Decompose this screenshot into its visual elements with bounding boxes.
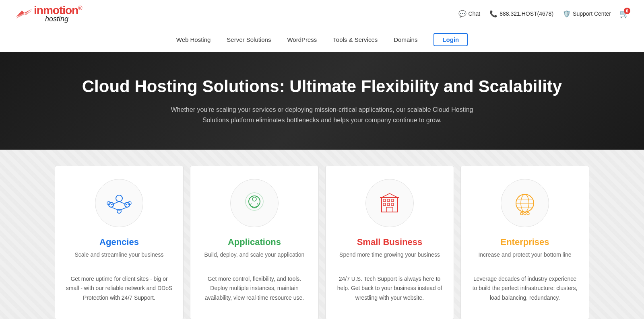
svg-marker-0: [16, 9, 32, 17]
cart-link[interactable]: 🛒 0: [621, 10, 628, 17]
applications-subtitle: Build, deploy, and scale your applicatio…: [204, 251, 305, 258]
card-agencies[interactable]: Agencies Scale and streamline your busin…: [55, 166, 184, 319]
logo-text: inmotion® hosting: [34, 5, 82, 23]
nav-domains[interactable]: Domains: [394, 35, 417, 45]
hero-subtitle: Whether you're scaling your services or …: [169, 105, 475, 125]
small-business-divider: [335, 266, 444, 266]
logo-brand: inmotion®: [34, 5, 82, 16]
enterprises-title: Enterprises: [500, 237, 549, 247]
svg-rect-17: [387, 199, 390, 202]
svg-rect-18: [391, 199, 394, 202]
logo-swoosh-icon: [16, 9, 32, 19]
card-small-business[interactable]: Small Business Spend more time growing y…: [325, 166, 454, 319]
cart-badge: 0: [624, 8, 630, 14]
support-icon: 🛡️: [563, 10, 570, 17]
enterprises-subtitle: Increase and protect your bottom line: [478, 251, 571, 258]
phone-icon: 📞: [490, 10, 497, 17]
support-link[interactable]: 🛡️ Support Center: [563, 10, 611, 17]
applications-icon-circle: [230, 179, 279, 227]
logo-in: in: [34, 4, 43, 16]
svg-rect-16: [383, 199, 386, 202]
agencies-description: Get more uptime for client sites - big o…: [65, 274, 173, 303]
svg-line-26: [390, 193, 398, 198]
small-business-title: Small Business: [357, 237, 423, 247]
applications-title: Applications: [228, 237, 281, 247]
logo-registered: ®: [78, 5, 82, 11]
applications-description: Get more control, flexibility, and tools…: [200, 274, 309, 303]
enterprises-icon: [511, 189, 539, 217]
agencies-divider: [65, 266, 173, 266]
card-enterprises[interactable]: Enterprises Increase and protect your bo…: [460, 166, 589, 319]
nav-tools-services[interactable]: Tools & Services: [333, 35, 378, 45]
svg-rect-22: [386, 207, 393, 212]
support-label: Support Center: [573, 10, 611, 17]
cart-icon-wrap: 🛒 0: [621, 10, 628, 17]
svg-point-32: [520, 212, 523, 215]
chat-icon: 💬: [459, 10, 466, 17]
svg-rect-21: [391, 203, 394, 206]
header: inmotion® hosting 💬 Chat 📞 888.321.HOST(…: [0, 0, 644, 52]
card-applications[interactable]: Applications Build, deploy, and scale yo…: [190, 166, 319, 319]
svg-point-34: [527, 212, 529, 215]
hero-section: Cloud Hosting Solutions: Ultimate Flexib…: [0, 52, 644, 150]
small-business-description: 24/7 U.S. Tech Support is always here to…: [335, 274, 444, 303]
svg-rect-20: [387, 203, 390, 206]
small-business-icon: [376, 189, 403, 217]
nav-web-hosting[interactable]: Web Hosting: [176, 35, 211, 45]
phone-link[interactable]: 📞 888.321.HOST(4678): [490, 10, 553, 17]
agencies-icon-circle: [95, 179, 143, 227]
enterprises-description: Leverage decades of industry experience …: [471, 274, 579, 303]
nav-wordpress[interactable]: WordPress: [287, 35, 317, 45]
header-top: inmotion® hosting 💬 Chat 📞 888.321.HOST(…: [16, 0, 628, 27]
svg-line-25: [382, 193, 390, 198]
svg-point-13: [252, 197, 256, 201]
cards-grid: Agencies Scale and streamline your busin…: [40, 166, 604, 319]
svg-point-9: [117, 209, 121, 213]
hero-title: Cloud Hosting Solutions: Ultimate Flexib…: [16, 76, 628, 97]
svg-rect-19: [383, 203, 386, 206]
agencies-subtitle: Scale and streamline your business: [74, 251, 163, 258]
enterprises-divider: [471, 266, 579, 266]
applications-icon: [241, 189, 268, 217]
small-business-subtitle: Spend more time growing your business: [339, 251, 440, 258]
svg-point-2: [116, 195, 122, 202]
svg-point-33: [524, 212, 526, 215]
enterprises-icon-circle: [501, 179, 549, 227]
logo-hosting: hosting: [45, 15, 82, 23]
cards-section: Agencies Scale and streamline your busin…: [0, 150, 644, 319]
chat-label: Chat: [469, 10, 481, 17]
nav-login-button[interactable]: Login: [433, 33, 468, 46]
nav-server-solutions[interactable]: Server Solutions: [227, 35, 271, 45]
applications-divider: [200, 266, 309, 266]
header-actions: 💬 Chat 📞 888.321.HOST(4678) 🛡️ Support C…: [459, 10, 628, 17]
nav-bar: Web Hosting Server Solutions WordPress T…: [16, 27, 628, 52]
small-business-icon-circle: [365, 179, 414, 227]
agencies-icon: [105, 189, 133, 217]
logo[interactable]: inmotion® hosting: [16, 5, 82, 23]
chat-link[interactable]: 💬 Chat: [459, 10, 481, 17]
agencies-title: Agencies: [99, 237, 139, 247]
phone-label: 888.321.HOST(4678): [500, 10, 553, 17]
